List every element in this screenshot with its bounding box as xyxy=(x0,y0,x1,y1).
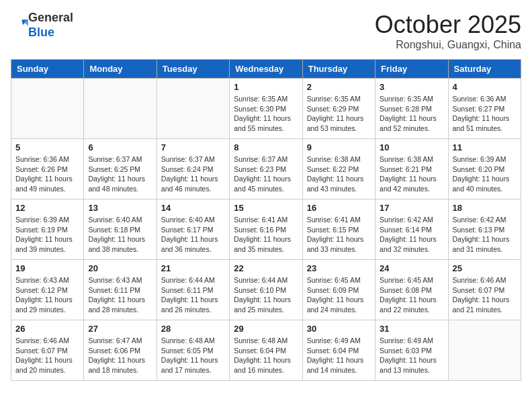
day-number: 14 xyxy=(161,203,225,213)
title-block: October 2025 Rongshui, Guangxi, China xyxy=(375,11,521,51)
day-info: Sunrise: 6:49 AM Sunset: 6:04 PM Dayligh… xyxy=(307,336,371,375)
weekday-saturday: Saturday xyxy=(448,60,521,79)
calendar-cell xyxy=(448,320,521,381)
page-header: General Blue October 2025 Rongshui, Guan… xyxy=(11,11,521,51)
day-info: Sunrise: 6:35 AM Sunset: 6:30 PM Dayligh… xyxy=(234,94,298,134)
week-row-4: 19Sunrise: 6:43 AM Sunset: 6:12 PM Dayli… xyxy=(11,260,521,320)
day-number: 3 xyxy=(380,82,443,92)
week-row-5: 26Sunrise: 6:46 AM Sunset: 6:07 PM Dayli… xyxy=(11,320,521,381)
day-number: 29 xyxy=(234,324,298,334)
calendar-cell: 9Sunrise: 6:38 AM Sunset: 6:22 PM Daylig… xyxy=(302,139,375,199)
calendar-table: SundayMondayTuesdayWednesdayThursdayFrid… xyxy=(11,59,521,381)
day-number: 21 xyxy=(161,263,225,273)
day-number: 23 xyxy=(307,263,371,273)
day-number: 28 xyxy=(161,324,225,334)
day-number: 19 xyxy=(15,263,79,273)
location: Rongshui, Guangxi, China xyxy=(375,39,521,51)
logo-text: General Blue xyxy=(28,11,73,40)
day-number: 17 xyxy=(380,203,443,213)
weekday-tuesday: Tuesday xyxy=(157,60,229,79)
calendar-cell: 24Sunrise: 6:45 AM Sunset: 6:08 PM Dayli… xyxy=(375,260,448,320)
calendar-cell: 3Sunrise: 6:35 AM Sunset: 6:28 PM Daylig… xyxy=(375,79,448,139)
calendar-cell: 10Sunrise: 6:38 AM Sunset: 6:21 PM Dayli… xyxy=(375,139,448,199)
day-info: Sunrise: 6:43 AM Sunset: 6:12 PM Dayligh… xyxy=(15,275,79,315)
calendar-cell: 5Sunrise: 6:36 AM Sunset: 6:26 PM Daylig… xyxy=(11,139,84,199)
day-number: 9 xyxy=(307,142,371,152)
calendar-cell: 25Sunrise: 6:46 AM Sunset: 6:07 PM Dayli… xyxy=(448,260,521,320)
day-info: Sunrise: 6:41 AM Sunset: 6:16 PM Dayligh… xyxy=(234,215,298,255)
week-row-3: 12Sunrise: 6:39 AM Sunset: 6:19 PM Dayli… xyxy=(11,199,521,260)
calendar-cell: 13Sunrise: 6:40 AM Sunset: 6:18 PM Dayli… xyxy=(84,199,157,260)
day-info: Sunrise: 6:37 AM Sunset: 6:23 PM Dayligh… xyxy=(234,154,298,194)
day-info: Sunrise: 6:38 AM Sunset: 6:22 PM Dayligh… xyxy=(307,154,371,194)
week-row-1: 1Sunrise: 6:35 AM Sunset: 6:30 PM Daylig… xyxy=(11,79,521,139)
day-info: Sunrise: 6:39 AM Sunset: 6:19 PM Dayligh… xyxy=(15,215,79,255)
day-number: 11 xyxy=(453,142,517,152)
day-number: 31 xyxy=(380,324,443,334)
day-number: 16 xyxy=(307,203,371,213)
weekday-wednesday: Wednesday xyxy=(230,60,302,79)
day-info: Sunrise: 6:48 AM Sunset: 6:05 PM Dayligh… xyxy=(161,336,225,375)
calendar-cell: 27Sunrise: 6:47 AM Sunset: 6:06 PM Dayli… xyxy=(84,320,157,381)
day-info: Sunrise: 6:37 AM Sunset: 6:25 PM Dayligh… xyxy=(88,154,152,194)
day-info: Sunrise: 6:36 AM Sunset: 6:27 PM Dayligh… xyxy=(453,94,517,134)
weekday-friday: Friday xyxy=(375,60,448,79)
calendar-cell: 23Sunrise: 6:45 AM Sunset: 6:09 PM Dayli… xyxy=(302,260,375,320)
day-number: 7 xyxy=(161,142,225,152)
day-number: 25 xyxy=(453,263,517,273)
calendar-header: SundayMondayTuesdayWednesdayThursdayFrid… xyxy=(11,60,521,79)
day-number: 13 xyxy=(88,203,152,213)
calendar-cell: 17Sunrise: 6:42 AM Sunset: 6:14 PM Dayli… xyxy=(375,199,448,260)
day-info: Sunrise: 6:40 AM Sunset: 6:17 PM Dayligh… xyxy=(161,215,225,255)
day-number: 6 xyxy=(88,142,152,152)
calendar-cell: 22Sunrise: 6:44 AM Sunset: 6:10 PM Dayli… xyxy=(230,260,302,320)
day-info: Sunrise: 6:41 AM Sunset: 6:15 PM Dayligh… xyxy=(307,215,371,255)
calendar-cell: 30Sunrise: 6:49 AM Sunset: 6:04 PM Dayli… xyxy=(302,320,375,381)
day-number: 2 xyxy=(307,82,371,92)
day-info: Sunrise: 6:45 AM Sunset: 6:08 PM Dayligh… xyxy=(380,275,443,315)
calendar-cell xyxy=(11,79,84,139)
day-number: 24 xyxy=(380,263,443,273)
day-info: Sunrise: 6:37 AM Sunset: 6:24 PM Dayligh… xyxy=(161,154,225,194)
day-number: 30 xyxy=(307,324,371,334)
day-info: Sunrise: 6:44 AM Sunset: 6:11 PM Dayligh… xyxy=(161,275,225,315)
day-info: Sunrise: 6:39 AM Sunset: 6:20 PM Dayligh… xyxy=(453,154,517,194)
day-info: Sunrise: 6:43 AM Sunset: 6:11 PM Dayligh… xyxy=(88,275,152,315)
weekday-thursday: Thursday xyxy=(302,60,375,79)
day-number: 26 xyxy=(15,324,79,334)
calendar-cell: 29Sunrise: 6:48 AM Sunset: 6:04 PM Dayli… xyxy=(230,320,302,381)
day-info: Sunrise: 6:48 AM Sunset: 6:04 PM Dayligh… xyxy=(234,336,298,375)
calendar-cell: 11Sunrise: 6:39 AM Sunset: 6:20 PM Dayli… xyxy=(448,139,521,199)
day-number: 22 xyxy=(234,263,298,273)
day-number: 12 xyxy=(15,203,79,213)
calendar-cell: 16Sunrise: 6:41 AM Sunset: 6:15 PM Dayli… xyxy=(302,199,375,260)
day-number: 10 xyxy=(380,142,443,152)
calendar-cell: 4Sunrise: 6:36 AM Sunset: 6:27 PM Daylig… xyxy=(448,79,521,139)
calendar-cell: 18Sunrise: 6:42 AM Sunset: 6:13 PM Dayli… xyxy=(448,199,521,260)
calendar-cell: 12Sunrise: 6:39 AM Sunset: 6:19 PM Dayli… xyxy=(11,199,84,260)
day-info: Sunrise: 6:46 AM Sunset: 6:07 PM Dayligh… xyxy=(453,275,517,315)
day-info: Sunrise: 6:36 AM Sunset: 6:26 PM Dayligh… xyxy=(15,154,79,194)
calendar-cell: 8Sunrise: 6:37 AM Sunset: 6:23 PM Daylig… xyxy=(230,139,302,199)
day-info: Sunrise: 6:45 AM Sunset: 6:09 PM Dayligh… xyxy=(307,275,371,315)
calendar-cell: 15Sunrise: 6:41 AM Sunset: 6:16 PM Dayli… xyxy=(230,199,302,260)
day-info: Sunrise: 6:49 AM Sunset: 6:03 PM Dayligh… xyxy=(380,336,443,375)
day-number: 1 xyxy=(234,82,298,92)
day-info: Sunrise: 6:42 AM Sunset: 6:14 PM Dayligh… xyxy=(380,215,443,255)
calendar-cell: 2Sunrise: 6:35 AM Sunset: 6:29 PM Daylig… xyxy=(302,79,375,139)
calendar-cell: 14Sunrise: 6:40 AM Sunset: 6:17 PM Dayli… xyxy=(157,199,229,260)
day-info: Sunrise: 6:40 AM Sunset: 6:18 PM Dayligh… xyxy=(88,215,152,255)
day-info: Sunrise: 6:42 AM Sunset: 6:13 PM Dayligh… xyxy=(453,215,517,255)
logo: General Blue xyxy=(11,11,73,40)
day-info: Sunrise: 6:47 AM Sunset: 6:06 PM Dayligh… xyxy=(88,336,152,375)
day-info: Sunrise: 6:35 AM Sunset: 6:29 PM Dayligh… xyxy=(307,94,371,134)
calendar-cell: 6Sunrise: 6:37 AM Sunset: 6:25 PM Daylig… xyxy=(84,139,157,199)
calendar-cell: 28Sunrise: 6:48 AM Sunset: 6:05 PM Dayli… xyxy=(157,320,229,381)
week-row-2: 5Sunrise: 6:36 AM Sunset: 6:26 PM Daylig… xyxy=(11,139,521,199)
day-info: Sunrise: 6:44 AM Sunset: 6:10 PM Dayligh… xyxy=(234,275,298,315)
calendar-cell: 1Sunrise: 6:35 AM Sunset: 6:30 PM Daylig… xyxy=(230,79,302,139)
calendar-cell xyxy=(84,79,157,139)
logo-icon xyxy=(12,17,28,34)
weekday-monday: Monday xyxy=(84,60,157,79)
month-title: October 2025 xyxy=(375,11,521,39)
